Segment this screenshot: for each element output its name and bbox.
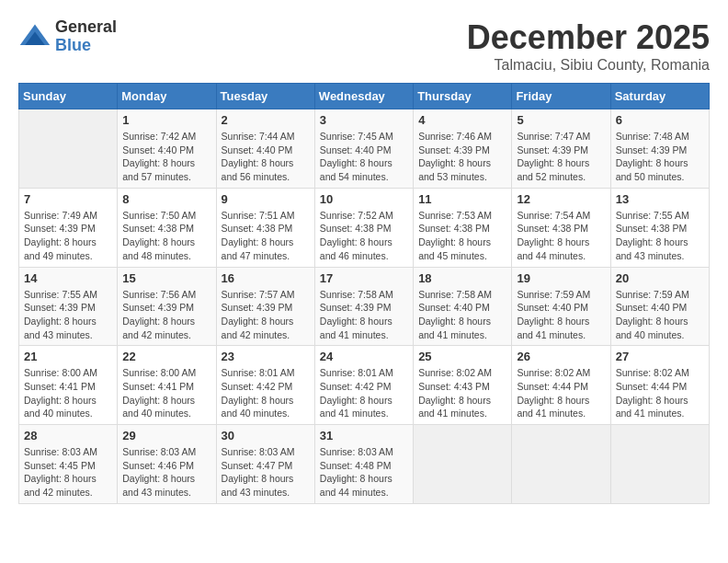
calendar-body: 1Sunrise: 7:42 AMSunset: 4:40 PMDaylight… [19, 109, 710, 504]
calendar-cell [19, 109, 118, 189]
calendar-cell: 15Sunrise: 7:56 AMSunset: 4:39 PMDayligh… [118, 267, 216, 346]
page-header: General Blue December 2025 Talmaciu, Sib… [18, 18, 710, 74]
day-number: 1 [122, 113, 210, 127]
day-number: 8 [122, 192, 210, 206]
day-number: 4 [418, 113, 506, 127]
day-info: Sunrise: 8:02 AMSunset: 4:44 PMDaylight:… [616, 366, 704, 420]
day-of-week-header: Sunday [19, 84, 118, 109]
calendar-cell: 17Sunrise: 7:58 AMSunset: 4:39 PMDayligh… [314, 267, 413, 346]
day-info: Sunrise: 7:45 AMSunset: 4:40 PMDaylight:… [320, 130, 408, 184]
calendar-cell: 9Sunrise: 7:51 AMSunset: 4:38 PMDaylight… [216, 188, 314, 267]
calendar-cell: 18Sunrise: 7:58 AMSunset: 4:40 PMDayligh… [414, 267, 512, 346]
day-number: 22 [122, 350, 210, 363]
day-number: 5 [517, 113, 605, 127]
day-info: Sunrise: 8:03 AMSunset: 4:48 PMDaylight:… [320, 445, 408, 500]
day-info: Sunrise: 7:59 AMSunset: 4:40 PMDaylight:… [517, 288, 605, 342]
day-info: Sunrise: 7:52 AMSunset: 4:38 PMDaylight:… [320, 209, 408, 263]
day-info: Sunrise: 7:53 AMSunset: 4:38 PMDaylight:… [418, 209, 506, 263]
day-info: Sunrise: 8:03 AMSunset: 4:47 PMDaylight:… [222, 445, 310, 500]
logo-icon [18, 20, 51, 53]
calendar-week-row: 7Sunrise: 7:49 AMSunset: 4:39 PMDaylight… [19, 188, 710, 267]
calendar-cell: 31Sunrise: 8:03 AMSunset: 4:48 PMDayligh… [314, 425, 413, 504]
calendar-cell: 23Sunrise: 8:01 AMSunset: 4:42 PMDayligh… [216, 346, 314, 425]
day-number: 17 [320, 271, 408, 285]
day-number: 3 [320, 113, 408, 127]
day-number: 31 [320, 429, 408, 442]
calendar-cell: 2Sunrise: 7:44 AMSunset: 4:40 PMDaylight… [216, 109, 314, 189]
day-number: 16 [222, 271, 310, 285]
logo: General Blue [18, 18, 117, 55]
calendar-cell: 24Sunrise: 8:01 AMSunset: 4:42 PMDayligh… [314, 346, 413, 425]
day-info: Sunrise: 7:58 AMSunset: 4:39 PMDaylight:… [320, 288, 408, 342]
calendar-week-row: 14Sunrise: 7:55 AMSunset: 4:39 PMDayligh… [19, 267, 710, 346]
calendar-cell: 7Sunrise: 7:49 AMSunset: 4:39 PMDaylight… [19, 188, 118, 267]
day-of-week-header: Wednesday [314, 84, 413, 109]
calendar-cell: 3Sunrise: 7:45 AMSunset: 4:40 PMDaylight… [314, 109, 413, 189]
day-of-week-header: Friday [512, 84, 610, 109]
day-number: 24 [320, 350, 408, 363]
calendar-week-row: 1Sunrise: 7:42 AMSunset: 4:40 PMDaylight… [19, 109, 710, 189]
day-of-week-header: Saturday [610, 84, 709, 109]
day-number: 12 [517, 192, 605, 206]
calendar-cell: 27Sunrise: 8:02 AMSunset: 4:44 PMDayligh… [610, 346, 709, 425]
calendar-cell: 22Sunrise: 8:00 AMSunset: 4:41 PMDayligh… [118, 346, 216, 425]
day-number: 28 [24, 429, 112, 442]
day-number: 20 [616, 271, 704, 285]
calendar-cell: 13Sunrise: 7:55 AMSunset: 4:38 PMDayligh… [610, 188, 709, 267]
day-number: 29 [122, 429, 210, 442]
day-of-week-header: Monday [118, 84, 216, 109]
day-number: 9 [222, 192, 310, 206]
day-info: Sunrise: 7:56 AMSunset: 4:39 PMDaylight:… [122, 288, 210, 342]
calendar-cell: 25Sunrise: 8:02 AMSunset: 4:43 PMDayligh… [414, 346, 512, 425]
day-info: Sunrise: 8:01 AMSunset: 4:42 PMDaylight:… [320, 366, 408, 420]
day-info: Sunrise: 7:49 AMSunset: 4:39 PMDaylight:… [24, 209, 112, 263]
day-number: 18 [418, 271, 506, 285]
day-info: Sunrise: 7:42 AMSunset: 4:40 PMDaylight:… [122, 130, 210, 184]
calendar-week-row: 28Sunrise: 8:03 AMSunset: 4:45 PMDayligh… [19, 425, 710, 504]
calendar-table: SundayMondayTuesdayWednesdayThursdayFrid… [18, 83, 710, 504]
day-number: 30 [222, 429, 310, 442]
day-number: 26 [517, 350, 605, 363]
day-info: Sunrise: 8:02 AMSunset: 4:43 PMDaylight:… [418, 366, 506, 420]
calendar-cell: 4Sunrise: 7:46 AMSunset: 4:39 PMDaylight… [414, 109, 512, 189]
calendar-cell [512, 425, 610, 504]
calendar-cell: 1Sunrise: 7:42 AMSunset: 4:40 PMDaylight… [118, 109, 216, 189]
calendar-cell: 14Sunrise: 7:55 AMSunset: 4:39 PMDayligh… [19, 267, 118, 346]
logo-blue-text: Blue [55, 37, 117, 55]
day-number: 19 [517, 271, 605, 285]
day-info: Sunrise: 7:54 AMSunset: 4:38 PMDaylight:… [517, 209, 605, 263]
calendar-title: December 2025 [467, 18, 710, 57]
day-info: Sunrise: 8:00 AMSunset: 4:41 PMDaylight:… [24, 366, 112, 420]
day-info: Sunrise: 7:51 AMSunset: 4:38 PMDaylight:… [222, 209, 310, 263]
day-info: Sunrise: 7:58 AMSunset: 4:40 PMDaylight:… [418, 288, 506, 342]
logo-general-text: General [55, 18, 117, 37]
day-info: Sunrise: 7:50 AMSunset: 4:38 PMDaylight:… [122, 209, 210, 263]
day-info: Sunrise: 7:48 AMSunset: 4:39 PMDaylight:… [616, 130, 704, 184]
calendar-header: SundayMondayTuesdayWednesdayThursdayFrid… [19, 84, 710, 109]
day-number: 13 [616, 192, 704, 206]
day-number: 6 [616, 113, 704, 127]
calendar-cell: 5Sunrise: 7:47 AMSunset: 4:39 PMDaylight… [512, 109, 610, 189]
calendar-cell: 29Sunrise: 8:03 AMSunset: 4:46 PMDayligh… [118, 425, 216, 504]
day-number: 11 [418, 192, 506, 206]
calendar-cell [610, 425, 709, 504]
title-block: December 2025 Talmaciu, Sibiu County, Ro… [467, 18, 710, 74]
day-number: 14 [24, 271, 112, 285]
calendar-cell: 16Sunrise: 7:57 AMSunset: 4:39 PMDayligh… [216, 267, 314, 346]
day-info: Sunrise: 8:01 AMSunset: 4:42 PMDaylight:… [222, 366, 310, 420]
calendar-cell: 6Sunrise: 7:48 AMSunset: 4:39 PMDaylight… [610, 109, 709, 189]
day-info: Sunrise: 8:03 AMSunset: 4:46 PMDaylight:… [122, 445, 210, 500]
calendar-week-row: 21Sunrise: 8:00 AMSunset: 4:41 PMDayligh… [19, 346, 710, 425]
day-number: 2 [222, 113, 310, 127]
calendar-cell: 12Sunrise: 7:54 AMSunset: 4:38 PMDayligh… [512, 188, 610, 267]
calendar-cell: 11Sunrise: 7:53 AMSunset: 4:38 PMDayligh… [414, 188, 512, 267]
day-number: 27 [616, 350, 704, 363]
calendar-cell: 21Sunrise: 8:00 AMSunset: 4:41 PMDayligh… [19, 346, 118, 425]
logo-text: General Blue [55, 18, 117, 55]
calendar-cell: 19Sunrise: 7:59 AMSunset: 4:40 PMDayligh… [512, 267, 610, 346]
day-info: Sunrise: 8:03 AMSunset: 4:45 PMDaylight:… [24, 445, 112, 500]
day-number: 23 [222, 350, 310, 363]
day-info: Sunrise: 7:59 AMSunset: 4:40 PMDaylight:… [616, 288, 704, 342]
calendar-cell: 30Sunrise: 8:03 AMSunset: 4:47 PMDayligh… [216, 425, 314, 504]
calendar-cell [414, 425, 512, 504]
